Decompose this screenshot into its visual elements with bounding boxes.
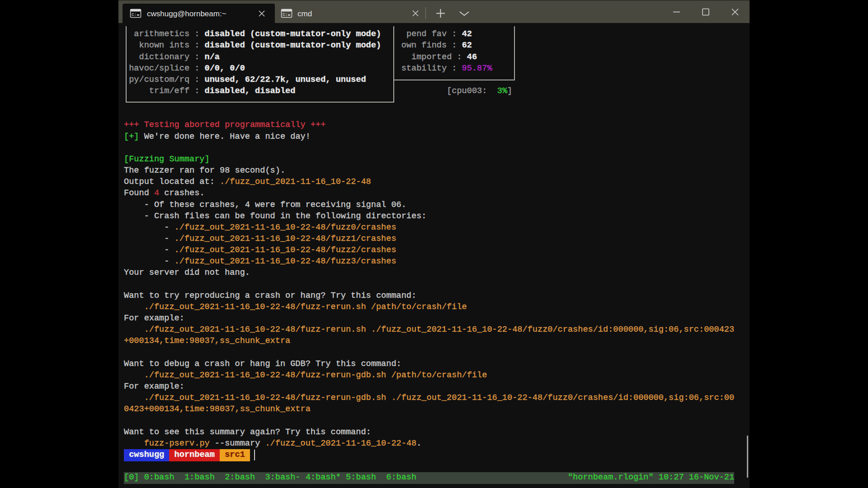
svg-text:C:: C:	[132, 13, 137, 17]
svg-text:C:: C:	[283, 13, 288, 17]
